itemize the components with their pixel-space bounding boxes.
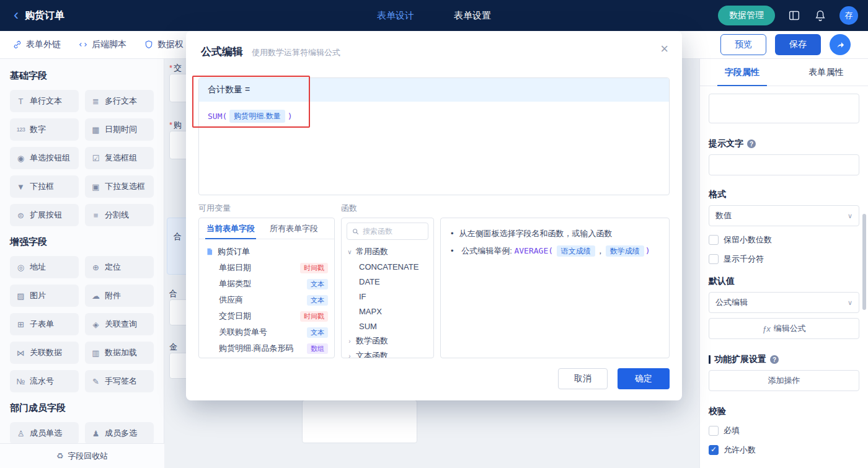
function-group-math[interactable]: › 数学函数: [347, 333, 428, 348]
location-icon: ⊕: [91, 263, 101, 272]
tab-current-form-fields[interactable]: 当前表单字段: [199, 218, 262, 239]
variable-row[interactable]: 供应商文本: [205, 292, 328, 308]
field-item-single-line-text[interactable]: T单行文本: [10, 90, 79, 112]
canvas-label-text: 金: [169, 342, 177, 351]
formula-editor[interactable]: 合计数量 = SUM( 购货明细.数量 ): [198, 77, 670, 195]
function-group-common[interactable]: ∨ 常用函数: [347, 244, 428, 259]
add-action-button[interactable]: 添加操作: [709, 370, 859, 391]
field-label: 分割线: [105, 210, 129, 221]
field-label: 数字: [30, 124, 46, 135]
variables-label: 可用变量: [198, 203, 335, 213]
scrollbar-thumb[interactable]: [862, 214, 866, 310]
image-icon: ▨: [16, 291, 26, 301]
backend-script-button[interactable]: 后端脚本: [78, 39, 126, 50]
tab-form-properties[interactable]: 表单属性: [784, 59, 868, 86]
field-item-number[interactable]: 123数字: [10, 118, 79, 141]
function-item-mapx[interactable]: MAPX: [347, 304, 428, 319]
data-manage-button[interactable]: 数据管理: [718, 6, 775, 25]
checkbox-keep-decimal-places[interactable]: 保留小数位数: [709, 234, 859, 245]
board-icon[interactable]: [787, 9, 801, 22]
checkbox-label: 必填: [724, 425, 740, 436]
field-item-checkbox-group[interactable]: ☑复选框组: [85, 147, 154, 169]
function-item-if[interactable]: IF: [347, 289, 428, 304]
field-item-member-multi[interactable]: ♟成员多选: [85, 422, 154, 444]
cancel-button[interactable]: 取消: [558, 368, 608, 389]
preview-button[interactable]: 预览: [720, 34, 766, 55]
field-item-related-data[interactable]: ⋈关联数据: [10, 342, 79, 364]
field-recycle-bin[interactable]: ♻ 字段回收站: [0, 443, 164, 468]
help-icon[interactable]: ?: [747, 139, 756, 148]
field-item-subform[interactable]: ⊞子表单: [10, 313, 79, 335]
field-item-address[interactable]: ◎地址: [10, 256, 79, 278]
field-item-extend-button[interactable]: ⊜扩展按钮: [10, 204, 79, 226]
function-item-sum[interactable]: SUM: [347, 319, 428, 333]
shield-icon: [144, 40, 154, 50]
checkbox-thousand-separator[interactable]: 显示千分符: [709, 254, 859, 265]
field-item-member-single[interactable]: ♙成员单选: [10, 422, 79, 444]
share-button[interactable]: [830, 34, 851, 55]
field-item-dropdown-multi[interactable]: ▣下拉复选框: [85, 175, 154, 198]
checkbox-icon: [709, 235, 719, 245]
data-permission-button[interactable]: 数据权: [144, 39, 184, 50]
field-item-serial-number[interactable]: №流水号: [10, 370, 79, 392]
field-item-attachment[interactable]: ☁附件: [85, 285, 154, 307]
variable-row[interactable]: 单据日期时间戳: [205, 260, 328, 276]
variable-row[interactable]: 关联购货单号文本: [205, 324, 328, 340]
panel-empty-input[interactable]: [709, 94, 859, 123]
tab-form-design[interactable]: 表单设计: [377, 10, 414, 22]
tool-label: 表单外链: [26, 39, 61, 50]
field-item-image[interactable]: ▨图片: [10, 285, 79, 307]
checkbox-icon: [709, 254, 719, 264]
tree-root-form[interactable]: 购货订单: [205, 244, 328, 260]
close-icon[interactable]: ×: [660, 42, 668, 56]
field-item-signature[interactable]: ✎手写签名: [85, 370, 154, 392]
example-field-chip: 数学成绩: [606, 245, 644, 257]
field-item-dropdown[interactable]: ▼下拉框: [10, 175, 79, 198]
tab-all-form-fields[interactable]: 所有表单字段: [262, 218, 326, 239]
tab-field-properties[interactable]: 字段属性: [700, 59, 784, 86]
confirm-button[interactable]: 确定: [618, 368, 670, 389]
field-item-location[interactable]: ⊕定位: [85, 256, 154, 278]
function-item-date[interactable]: DATE: [347, 274, 428, 289]
field-item-datetime[interactable]: ▦日期时间: [85, 118, 154, 141]
back-icon[interactable]: ‹: [14, 7, 19, 22]
help-icon[interactable]: ?: [770, 355, 779, 364]
default-value-select[interactable]: 公式编辑 ∨: [709, 292, 859, 313]
member-fields-grid: ♙成员单选 ♟成员多选: [10, 422, 154, 444]
chevron-right-icon: ›: [347, 338, 353, 345]
variable-row[interactable]: 交货日期时间戳: [205, 308, 328, 324]
field-item-related-query[interactable]: ◈关联查询: [85, 313, 154, 335]
field-item-radio-group[interactable]: ◉单选按钮组: [10, 147, 79, 169]
avatar[interactable]: 存: [839, 6, 858, 25]
variable-row[interactable]: 购货明细.商品条形码数组: [205, 340, 328, 356]
function-search[interactable]: [347, 223, 428, 240]
variable-row[interactable]: 单据类型文本: [205, 276, 328, 292]
button-label: 添加操作: [768, 375, 800, 386]
related-query-icon: ◈: [91, 320, 101, 329]
checkbox-allow-decimal[interactable]: 允许小数: [709, 444, 859, 456]
save-button[interactable]: 保存: [775, 34, 821, 55]
example-close-paren: ): [645, 246, 650, 255]
search-icon: [352, 227, 360, 236]
function-search-input[interactable]: [363, 227, 423, 236]
field-item-divider[interactable]: ≡分割线: [85, 204, 154, 226]
page-title: 购货订单: [25, 9, 64, 22]
form-external-link-button[interactable]: 表单外链: [12, 39, 61, 50]
link-icon: [12, 40, 22, 50]
tab-form-settings[interactable]: 表单设置: [454, 10, 491, 22]
tool-label: 数据权: [157, 39, 184, 50]
function-item-concatenate[interactable]: CONCATENATE: [347, 259, 428, 274]
edit-formula-button[interactable]: ƒx 编辑公式: [709, 318, 859, 339]
formula-field-chip[interactable]: 购货明细.数量: [229, 110, 285, 123]
help-column: 从左侧面板选择字段名和函数，或输入函数 公式编辑举例: AVERAGE( 语文成…: [440, 203, 670, 358]
field-label: 手写签名: [105, 376, 137, 387]
function-group-text[interactable]: › 文本函数: [347, 348, 428, 358]
canvas-input[interactable]: [302, 400, 417, 443]
formula-expression[interactable]: SUM( 购货明细.数量 ): [199, 102, 669, 131]
bell-icon[interactable]: [813, 9, 827, 22]
hint-text-input[interactable]: [709, 154, 859, 175]
field-item-data-load[interactable]: ▥数据加载: [85, 342, 154, 364]
format-select[interactable]: 数值 ∨: [709, 205, 859, 226]
checkbox-required[interactable]: 必填: [709, 425, 859, 436]
field-item-multi-line-text[interactable]: ≣多行文本: [85, 90, 154, 112]
